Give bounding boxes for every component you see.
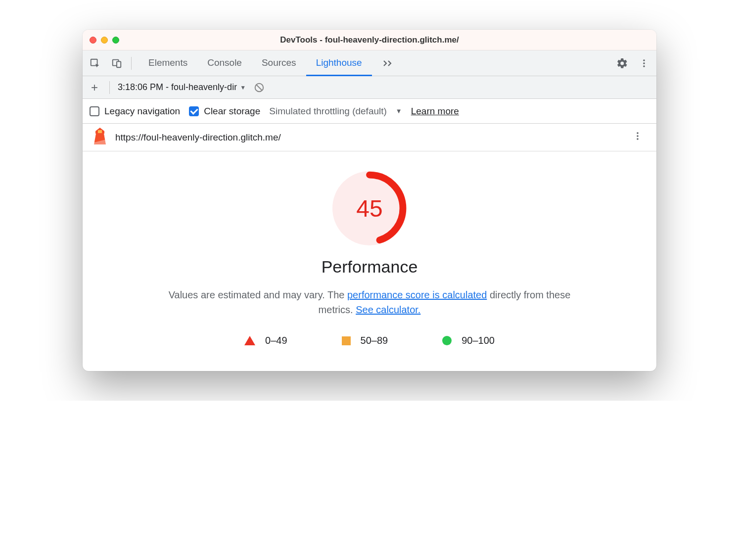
legacy-navigation-label: Legacy navigation: [104, 106, 180, 117]
score-legend: 0–49 50–89 90–100: [244, 335, 495, 346]
score-description: Values are estimated and may vary. The p…: [157, 287, 582, 317]
legend-pass: 90–100: [442, 335, 495, 346]
performance-score: 45: [332, 171, 407, 245]
clear-icon[interactable]: [254, 82, 265, 93]
panel-tabs: Elements Console Sources Lighthouse: [139, 50, 372, 76]
tab-console[interactable]: Console: [197, 50, 252, 76]
zoom-window-button[interactable]: [112, 37, 119, 44]
tab-lighthouse[interactable]: Lighthouse: [306, 50, 372, 76]
triangle-icon: [244, 336, 255, 345]
chevron-down-icon: ▼: [240, 84, 246, 91]
checkbox-box-icon: [189, 106, 199, 116]
svg-point-4: [643, 62, 645, 64]
report-selector-label: 3:18:06 PM - foul-heavenly-dir: [118, 82, 237, 93]
svg-point-15: [637, 138, 639, 140]
desc-text: Values are estimated and may vary. The: [169, 289, 347, 300]
lighthouse-subbar: + 3:18:06 PM - foul-heavenly-dir ▼: [83, 76, 656, 99]
window-controls: [90, 37, 119, 44]
lighthouse-report: 45 Performance Values are estimated and …: [83, 151, 656, 371]
divider: [131, 57, 132, 70]
settings-gear-icon[interactable]: [615, 56, 630, 71]
svg-point-5: [643, 65, 645, 67]
tab-sources[interactable]: Sources: [252, 50, 306, 76]
legend-fail: 0–49: [244, 335, 287, 346]
learn-more-link[interactable]: Learn more: [411, 106, 459, 117]
throttling-label: Simulated throttling (default): [269, 106, 387, 117]
report-selector[interactable]: 3:18:06 PM - foul-heavenly-dir ▼: [118, 82, 246, 93]
svg-line-7: [257, 85, 262, 90]
legacy-navigation-checkbox[interactable]: Legacy navigation: [90, 106, 180, 117]
more-tabs-icon[interactable]: [379, 57, 398, 69]
legend-average: 50–89: [342, 335, 388, 346]
new-report-button[interactable]: +: [88, 81, 101, 94]
see-calculator-link[interactable]: See calculator.: [356, 304, 420, 315]
square-icon: [342, 336, 351, 345]
checkbox-box-icon: [90, 106, 99, 116]
device-toolbar-icon[interactable]: [109, 56, 124, 71]
throttling-selector[interactable]: Simulated throttling (default) ▼: [269, 106, 402, 117]
clear-storage-checkbox[interactable]: Clear storage: [189, 106, 260, 117]
minimize-window-button[interactable]: [101, 37, 108, 44]
tab-elements[interactable]: Elements: [139, 50, 197, 76]
report-url-row: https://foul-heavenly-direction.glitch.m…: [83, 124, 656, 151]
category-title: Performance: [322, 257, 418, 277]
svg-point-13: [637, 132, 639, 134]
legend-pass-label: 90–100: [462, 335, 495, 346]
window-title: DevTools - foul-heavenly-direction.glitc…: [83, 35, 656, 45]
circle-icon: [442, 336, 452, 345]
report-menu-kebab-icon[interactable]: [629, 129, 647, 145]
lighthouse-options: Legacy navigation Clear storage Simulate…: [83, 99, 656, 124]
divider: [109, 81, 110, 94]
score-calculated-link[interactable]: performance score is calculated: [347, 289, 487, 300]
svg-rect-2: [117, 61, 121, 67]
titlebar: DevTools - foul-heavenly-direction.glitc…: [83, 30, 656, 50]
svg-point-14: [637, 135, 639, 137]
clear-storage-label: Clear storage: [204, 106, 260, 117]
svg-point-3: [643, 59, 645, 61]
close-window-button[interactable]: [90, 37, 96, 44]
report-url: https://foul-heavenly-direction.glitch.m…: [115, 132, 281, 143]
performance-gauge: 45: [332, 171, 407, 245]
more-options-kebab-icon[interactable]: [637, 56, 651, 71]
main-toolbar: Elements Console Sources Lighthouse: [83, 50, 656, 76]
devtools-window: DevTools - foul-heavenly-direction.glitc…: [83, 30, 656, 371]
legend-avg-label: 50–89: [361, 335, 388, 346]
lighthouse-logo-icon: [92, 128, 107, 147]
inspect-element-icon[interactable]: [88, 56, 102, 71]
legend-fail-label: 0–49: [265, 335, 287, 346]
svg-rect-9: [98, 130, 102, 133]
chevron-down-icon: ▼: [396, 107, 402, 115]
